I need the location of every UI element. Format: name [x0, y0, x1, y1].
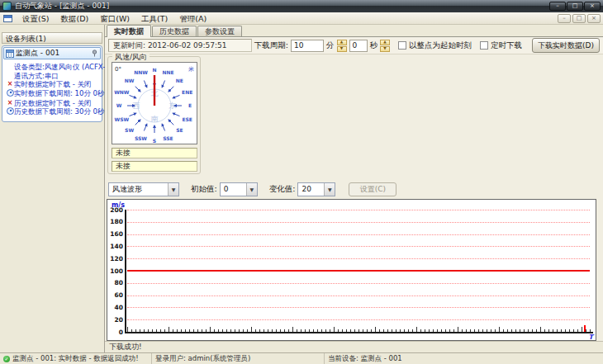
minutes-up-icon[interactable]: ▲: [337, 40, 347, 45]
x-axis-tick: [404, 329, 405, 332]
x-axis-tick: [515, 329, 516, 332]
status-device-section: 当前设备: 监测点 - 001: [325, 353, 603, 364]
x-axis-tick: [193, 329, 194, 332]
download-realtime-button[interactable]: 下载实时数据(D): [532, 38, 600, 53]
x-axis-tick: [251, 327, 252, 332]
chevron-down-icon[interactable]: ▼: [324, 183, 335, 196]
mdi-minimize-button[interactable]: –: [558, 14, 571, 23]
initial-value-select[interactable]: 0 ▼: [220, 182, 258, 196]
seconds-stepper[interactable]: ▲ ▼: [380, 40, 390, 52]
x-axis-tick: [408, 329, 409, 332]
pin-icon[interactable]: [91, 50, 98, 57]
menu-window[interactable]: 窗口(W): [94, 13, 135, 24]
device-list-header: 设备列表(1): [2, 32, 102, 44]
device-tree-node[interactable]: 监测点 - 001: [3, 47, 101, 59]
compass-direction-label: ESE: [182, 116, 192, 122]
x-axis-tick: [557, 329, 558, 332]
compass-direction-arrow: [169, 120, 173, 125]
compass-direction-label: NE: [176, 78, 183, 83]
x-axis-tick: [416, 327, 417, 332]
x-axis-tick: [297, 329, 297, 332]
scheduled-download-checkbox[interactable]: 定时下载: [480, 40, 522, 51]
x-axis-tick: [400, 329, 401, 332]
x-axis-tick: [276, 329, 277, 332]
x-axis-tick: [507, 329, 508, 332]
x-axis-tick: [495, 329, 496, 332]
seconds-unit-label: 秒: [370, 40, 378, 51]
chevron-down-icon[interactable]: ▼: [168, 183, 178, 196]
menu-data[interactable]: 数据(D): [55, 13, 94, 24]
device-info-line: ×历史数据定时下载 - 关闭: [6, 99, 100, 108]
hour-align-checkbox-label: 以整点为起始时刻: [409, 40, 472, 51]
waveform-select[interactable]: 风速波形 ▼: [108, 182, 179, 196]
y-axis-tick-label: 0: [108, 329, 123, 336]
tab-history-data[interactable]: 历史数据: [152, 26, 197, 36]
x-axis-tick: [553, 329, 553, 332]
maximize-button[interactable]: □: [567, 2, 583, 11]
statusbar: ✓ 监测点 - 001: 实时数据 - 数据返回成功! 登录用户: admin(…: [0, 352, 603, 364]
x-axis-tick: [544, 329, 545, 332]
close-button[interactable]: ×: [584, 2, 601, 11]
mdi-restore-button[interactable]: □: [572, 14, 586, 23]
seconds-input[interactable]: 0: [349, 40, 368, 52]
x-axis-tick: [396, 329, 396, 332]
chart-reference-line: [127, 270, 590, 272]
x-axis-tick: [354, 329, 355, 332]
menu-admin[interactable]: 管理(A): [173, 13, 212, 24]
y-axis-line: [125, 210, 126, 333]
minutes-down-icon[interactable]: ▼: [337, 46, 347, 52]
x-axis-tick: [156, 329, 157, 332]
compass-needle: [154, 75, 155, 106]
x-axis-tick: [350, 329, 351, 332]
clock-icon: [6, 107, 14, 117]
seconds-down-icon[interactable]: ▼: [380, 46, 390, 52]
compass-direction-label: WSW: [115, 116, 130, 122]
mdi-close-button[interactable]: ×: [587, 14, 601, 23]
hour-align-checkbox-box[interactable]: [398, 41, 406, 50]
x-axis-tick: [181, 329, 182, 332]
compass-cardinal-cn: 南: [151, 115, 159, 123]
clock-icon: [6, 89, 14, 99]
initial-value-label: 初始值:: [191, 184, 217, 195]
x-axis-tick: [503, 329, 504, 332]
x-axis-tick: [301, 329, 302, 332]
seconds-up-icon[interactable]: ▲: [380, 40, 390, 45]
compass-direction-arrow: [135, 87, 140, 92]
hour-align-checkbox[interactable]: 以整点为起始时刻: [398, 40, 472, 51]
menubar: 设置(S) 数据(D) 窗口(W) 工具(T) 管理(A) – □ ×: [0, 12, 603, 25]
x-axis-tick: [371, 329, 372, 332]
x-axis-tick: [169, 327, 169, 332]
tab-realtime-data[interactable]: 实时数据: [107, 25, 151, 37]
x-axis-tick: [342, 329, 343, 332]
minutes-input[interactable]: 10: [291, 40, 324, 52]
compass-direction-label: N: [152, 67, 156, 73]
y-axis-tick-label: 120: [108, 255, 123, 262]
x-axis-tick: [239, 329, 240, 332]
chevron-down-icon[interactable]: ▼: [246, 183, 257, 196]
x-axis-tick: [325, 329, 326, 332]
x-axis-tick: [441, 329, 442, 332]
change-value-select-value: 20: [302, 185, 311, 193]
x-axis-tick: [569, 329, 570, 332]
tab-parameter-settings[interactable]: 参数设置: [197, 26, 242, 36]
minutes-stepper[interactable]: ▲ ▼: [337, 40, 347, 52]
x-axis-tick: [268, 329, 268, 332]
scheduled-download-checkbox-box[interactable]: [480, 41, 488, 50]
x-axis-tick: [346, 329, 347, 332]
menu-settings[interactable]: 设置(S): [17, 13, 55, 24]
time-axis-label: T: [589, 333, 593, 341]
change-value-select[interactable]: 20 ▼: [297, 182, 335, 196]
x-axis-tick: [470, 329, 471, 332]
device-info-text: 实时数据定时下载 - 关闭: [14, 80, 91, 89]
compass-direction-label: S: [153, 138, 156, 144]
x-axis-tick: [288, 329, 289, 332]
device-info-line: 通讯方式:串口: [6, 72, 100, 81]
x-axis-tick: [280, 329, 281, 332]
y-axis-tick-label: 20: [108, 316, 123, 324]
compass-direction-label: SW: [125, 127, 134, 133]
menu-tools[interactable]: 工具(T): [135, 13, 173, 24]
minimize-button[interactable]: –: [549, 2, 566, 11]
x-axis-tick: [540, 327, 541, 332]
x-axis-tick: [433, 329, 434, 332]
x-axis-tick: [358, 329, 359, 332]
